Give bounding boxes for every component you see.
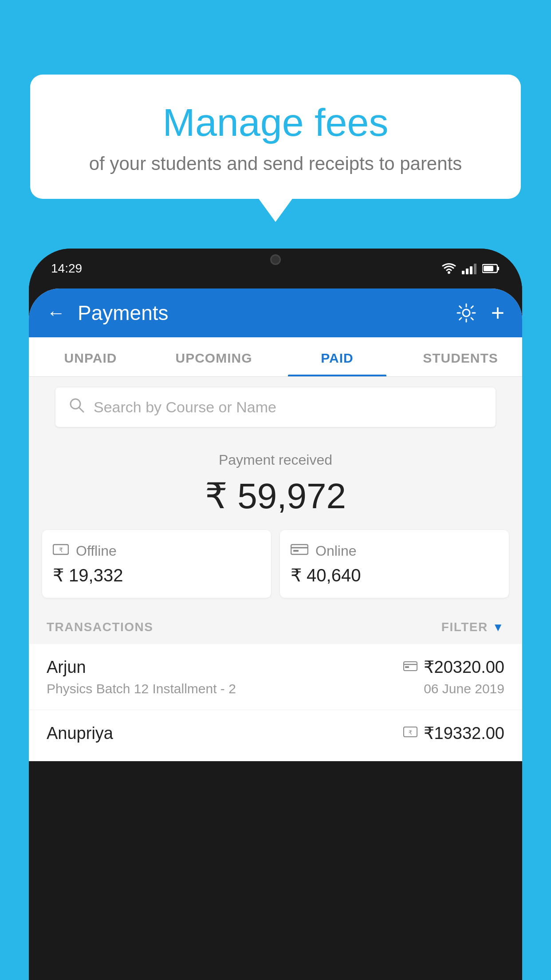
svg-rect-2	[466, 269, 468, 274]
transactions-header: TRANSACTIONS FILTER ▼	[29, 609, 522, 644]
card-icon-small	[403, 661, 417, 672]
transaction-amount-wrap: ₹ ₹19332.00	[403, 723, 505, 743]
filter-button[interactable]: FILTER ▼	[441, 620, 504, 634]
payment-label: Payment received	[38, 452, 513, 468]
svg-rect-3	[470, 266, 472, 274]
search-icon	[69, 397, 85, 417]
bubble-title: Manage fees	[52, 101, 499, 144]
wifi-icon	[441, 263, 457, 274]
page-title: Payments	[78, 301, 456, 325]
online-amount: ₹ 40,640	[291, 565, 498, 585]
payment-amount: ₹ 59,972	[38, 475, 513, 517]
notch	[244, 249, 307, 271]
battery-icon	[482, 264, 500, 273]
offline-icon: ₹	[53, 542, 69, 560]
online-label: Online	[315, 543, 357, 559]
tab-upcoming[interactable]: UPCOMING	[152, 337, 276, 376]
header-icons: +	[456, 300, 504, 326]
status-icons	[441, 263, 500, 274]
filter-label: FILTER	[441, 620, 488, 634]
search-bar[interactable]: Search by Course or Name	[55, 387, 496, 427]
tab-unpaid[interactable]: UNPAID	[29, 337, 152, 376]
transaction-amount: ₹19332.00	[424, 723, 505, 743]
transaction-item[interactable]: Arjun ₹20320.00 Physics Batch 12 Install…	[29, 644, 522, 710]
transaction-name: Anupriya	[47, 724, 113, 743]
tab-students[interactable]: STUDENTS	[399, 337, 522, 376]
svg-rect-18	[405, 666, 409, 668]
svg-text:₹: ₹	[59, 546, 63, 553]
filter-icon: ▼	[492, 620, 504, 634]
svg-rect-6	[497, 267, 499, 270]
transaction-amount: ₹20320.00	[424, 657, 505, 677]
svg-point-8	[463, 309, 470, 316]
transaction-date: 06 June 2019	[424, 681, 504, 696]
transactions-label: TRANSACTIONS	[47, 620, 153, 634]
rupee-note-icon: ₹	[53, 543, 69, 556]
transaction-item[interactable]: Anupriya ₹ ₹19332.00	[29, 710, 522, 761]
speech-bubble: Manage fees of your students and send re…	[30, 75, 521, 199]
payment-summary: Payment received ₹ 59,972	[29, 436, 522, 530]
svg-rect-15	[293, 550, 299, 552]
search-placeholder: Search by Course or Name	[94, 399, 276, 416]
credit-card-icon	[291, 543, 308, 556]
phone-frame: 14:29	[29, 249, 522, 980]
tab-paid[interactable]: PAID	[276, 337, 399, 376]
svg-text:₹: ₹	[409, 729, 412, 736]
svg-line-10	[79, 407, 83, 412]
transaction-name: Arjun	[47, 658, 86, 677]
add-button[interactable]: +	[491, 300, 504, 326]
transaction-course: Physics Batch 12 Installment - 2	[47, 681, 236, 696]
phone-screen: ← Payments + UNPAID UPCOMING PAID STUDEN…	[29, 288, 522, 761]
payment-cards: ₹ Offline ₹ 19,332	[42, 530, 509, 598]
offline-amount: ₹ 19,332	[53, 565, 260, 585]
app-header: ← Payments +	[29, 288, 522, 337]
svg-rect-1	[462, 271, 464, 274]
search-icon-svg	[69, 397, 85, 413]
back-button[interactable]: ←	[47, 304, 65, 322]
svg-rect-13	[291, 545, 308, 554]
status-time: 14:29	[51, 261, 82, 276]
svg-rect-7	[484, 266, 493, 271]
transaction-type-icon: ₹	[403, 726, 417, 741]
online-card: Online ₹ 40,640	[280, 530, 509, 598]
rupee-note-icon-small: ₹	[403, 726, 417, 738]
settings-icon[interactable]	[456, 302, 477, 324]
svg-point-0	[448, 271, 450, 274]
offline-card: ₹ Offline ₹ 19,332	[42, 530, 271, 598]
status-bar: 14:29	[29, 249, 522, 288]
signal-icon	[462, 263, 477, 274]
online-icon	[291, 542, 308, 560]
offline-label: Offline	[76, 543, 117, 559]
tab-bar: UNPAID UPCOMING PAID STUDENTS	[29, 337, 522, 377]
transaction-type-icon	[403, 660, 417, 675]
svg-rect-4	[474, 264, 476, 274]
transaction-amount-wrap: ₹20320.00	[403, 657, 505, 677]
bubble-subtitle: of your students and send receipts to pa…	[52, 153, 499, 174]
notch-camera	[270, 254, 281, 265]
